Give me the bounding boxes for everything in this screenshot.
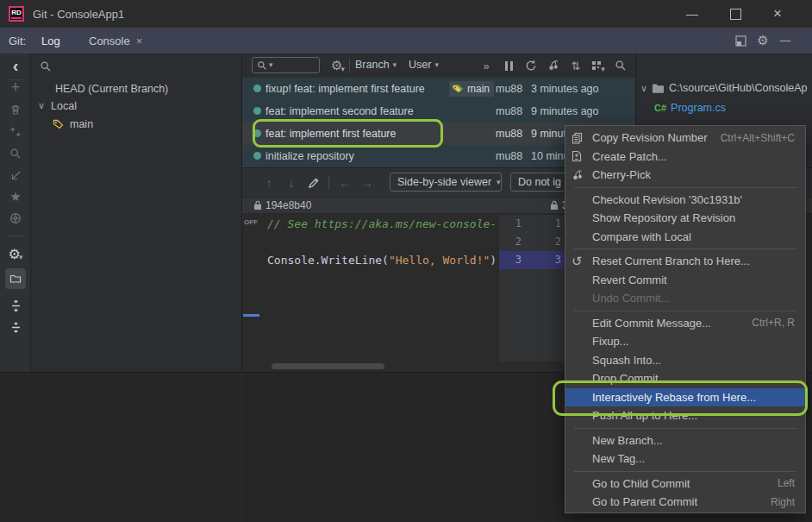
commit-dot-icon [253, 152, 261, 160]
commit-message: initialize repository [265, 150, 354, 162]
wheel-icon[interactable] [0, 208, 31, 229]
commit-message: feat: implement first feature [265, 128, 396, 140]
next-change-icon[interactable]: ↓ [282, 173, 301, 192]
delete-icon[interactable] [0, 99, 31, 120]
commit-message: feat: implement second feature [265, 105, 414, 117]
maximize-icon [730, 9, 741, 20]
tab-console[interactable]: Console × [89, 28, 142, 53]
window-title: Git - ConsoleApp1 [33, 0, 124, 28]
branch-item-head[interactable]: HEAD (Current Branch) [55, 79, 168, 97]
menu-item-new-branch[interactable]: New Branch... [565, 431, 805, 450]
settings-gear-icon[interactable]: ⚙ [752, 28, 774, 53]
cherry-pick-icon[interactable] [544, 56, 563, 75]
commit-author: mu88 [496, 105, 522, 117]
close-button[interactable]: × [763, 0, 792, 28]
branches-search-icon[interactable] [38, 59, 53, 74]
menu-separator [574, 248, 796, 249]
commit-author: mu88 [496, 83, 522, 95]
menu-item-push-all-up-to-here[interactable]: Push All up to Here... [565, 406, 805, 425]
expand-all-icon[interactable] [0, 295, 31, 316]
collapse-panel-icon[interactable]: ‹ [0, 55, 31, 76]
menu-item-cherry-pick[interactable]: Cherry-Pick [565, 166, 805, 185]
menu-item-go-to-parent-commit[interactable]: Go to Parent CommitRight [565, 493, 805, 512]
search-icon[interactable] [0, 143, 31, 164]
hide-tool-window-icon[interactable]: — [774, 28, 796, 53]
branch-filter-dropdown[interactable]: Branch▾ [355, 59, 397, 71]
menu-separator [574, 311, 796, 311]
horizontal-scrollbar[interactable] [272, 363, 384, 369]
sort-icon[interactable]: ⇅ [566, 56, 585, 75]
branch-tag-chip[interactable]: main [449, 81, 494, 97]
go-to-hash-search-icon[interactable] [611, 56, 630, 75]
refresh-icon[interactable] [522, 56, 540, 75]
maximize-button[interactable] [721, 0, 750, 28]
edit-source-pencil-icon[interactable] [304, 173, 323, 192]
file-tree-root[interactable]: ∨ C:\source\GitHub\ConsoleAp [640, 82, 808, 94]
patch-icon [572, 149, 592, 163]
pause-refresh-icon[interactable] [499, 56, 518, 75]
more-filters-icon[interactable]: » [477, 56, 496, 75]
undo-icon: ↺ [572, 255, 592, 268]
log-settings-gear-icon[interactable]: ⚙▾ [328, 56, 347, 75]
group-by-directory-icon[interactable] [5, 268, 26, 289]
lock-icon [550, 200, 559, 211]
view-options-icon[interactable]: ▾ [589, 56, 608, 75]
navigate-arrows-icon[interactable] [0, 122, 31, 142]
menu-item-edit-commit-message[interactable]: Edit Commit Message...Ctrl+R, R [565, 314, 805, 333]
root-path: C:\source\GitHub\ConsoleAp [669, 82, 808, 94]
tab-log[interactable]: Log [41, 28, 60, 53]
diagonal-arrow-icon[interactable] [0, 165, 31, 186]
menu-item-new-tag[interactable]: New Tag... [565, 450, 805, 469]
layout-icon[interactable] [729, 28, 752, 53]
menu-item-show-repository-at-revision[interactable]: Show Repository at Revision [565, 209, 805, 228]
lock-icon [253, 200, 262, 211]
menu-item-reset-current-branch[interactable]: ↺ Reset Current Branch to Here... [565, 252, 805, 271]
user-filter-dropdown[interactable]: User▾ [409, 59, 439, 71]
menu-item-drop-commit[interactable]: Drop Commit [565, 369, 805, 388]
chevron-down-icon: ∨ [640, 83, 647, 94]
collapse-all-icon[interactable] [0, 317, 31, 337]
minimize-icon: — [686, 7, 698, 21]
minimize-button[interactable]: — [678, 0, 707, 28]
viewer-mode-dropdown[interactable]: Side-by-side viewer ▾ [390, 173, 502, 192]
rider-git-window: RD Git - ConsoleApp1 — × Git: Log Consol… [0, 0, 812, 522]
line-number-row: 22 [499, 233, 570, 251]
line-number-gutter: 11 22 33 [498, 215, 569, 362]
file-tree-file[interactable]: C# Program.cs [654, 102, 726, 114]
branch-group-local[interactable]: ∨ Local [38, 97, 77, 115]
divider [349, 59, 350, 72]
divider [328, 176, 329, 190]
menu-item-checkout-revision[interactable]: Checkout Revision '30c1931b' [565, 191, 805, 210]
tool-window-tab-strip: Git: Log Console × ⚙ — [0, 28, 812, 53]
branch-item-main[interactable]: main [53, 115, 93, 133]
add-icon[interactable]: + [0, 77, 31, 97]
caret-down-icon: ▾ [497, 179, 501, 186]
star-icon[interactable]: ★ [0, 186, 31, 207]
commit-row[interactable]: feat: implement second feature mu88 9 mi… [242, 100, 635, 123]
previous-change-icon[interactable]: ↑ [259, 173, 278, 192]
menu-item-go-to-child-commit[interactable]: Go to Child CommitLeft [565, 475, 805, 494]
log-search-combo[interactable]: ▾ [252, 57, 320, 73]
menu-item-create-patch[interactable]: Create Patch... [565, 148, 805, 167]
commit-dot-icon [253, 129, 261, 137]
tag-icon [53, 118, 65, 130]
commit-time: 9 minutes ago [531, 105, 599, 117]
next-file-icon[interactable]: → [358, 173, 377, 192]
inspections-off-label[interactable]: OFF [244, 218, 258, 226]
prev-file-icon[interactable]: ← [335, 173, 354, 192]
menu-item-fixup[interactable]: Fixup... [565, 332, 805, 351]
menu-item-copy-revision-number[interactable]: Copy Revision Number Ctrl+Alt+Shift+C [565, 129, 805, 148]
menu-item-revert-commit[interactable]: Revert Commit [565, 271, 805, 290]
menu-item-compare-with-local[interactable]: Compare with Local [565, 228, 805, 247]
caret-down-icon: ▾ [434, 61, 439, 69]
commit-author: mu88 [496, 150, 522, 162]
gear-icon[interactable]: ⚙▾ [0, 243, 31, 264]
title-bar: RD Git - ConsoleApp1 — × [0, 0, 812, 28]
commit-row[interactable]: fixup! feat: implement first feature mai… [242, 78, 635, 100]
tab-close-icon[interactable]: × [136, 35, 143, 47]
divider [7, 236, 24, 236]
menu-item-squash-into[interactable]: Squash Into... [565, 351, 805, 370]
commit-dot-icon [253, 85, 261, 92]
menu-item-interactively-rebase[interactable]: Interactively Rebase from Here... [565, 388, 805, 407]
close-icon: × [773, 5, 782, 22]
